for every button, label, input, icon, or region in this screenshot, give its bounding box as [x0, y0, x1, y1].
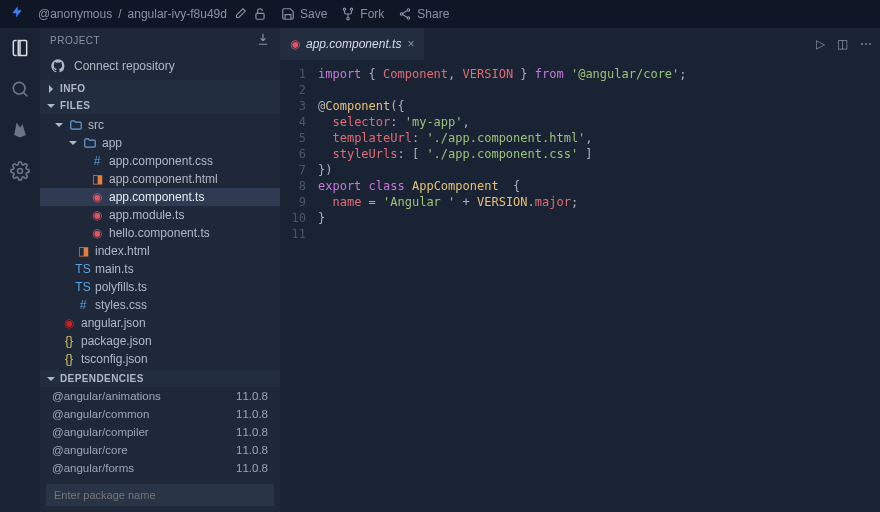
breadcrumb: @anonymous / angular-ivy-f8u49d	[38, 7, 267, 21]
code-lines[interactable]: import { Component, VERSION } from '@ang…	[314, 60, 687, 512]
edit-icon[interactable]	[233, 7, 247, 21]
file-angular-json[interactable]: ◉angular.json	[40, 314, 280, 332]
file-app-ts[interactable]: ◉app.component.ts	[40, 188, 280, 206]
split-icon[interactable]: ◫	[837, 37, 848, 51]
file-polyfills[interactable]: TSpolyfills.ts	[40, 278, 280, 296]
svg-point-3	[347, 18, 349, 20]
more-icon[interactable]: ⋯	[860, 37, 872, 51]
angular-icon: ◉	[90, 226, 104, 240]
owner-label: @anonymous	[38, 7, 112, 21]
file-main[interactable]: TSmain.ts	[40, 260, 280, 278]
info-section-header[interactable]: INFO	[40, 80, 280, 97]
sidebar: PROJECT Connect repository INFO FILES sr…	[40, 28, 280, 512]
search-icon[interactable]	[10, 79, 30, 102]
file-app-module[interactable]: ◉app.module.ts	[40, 206, 280, 224]
svg-point-8	[13, 82, 25, 94]
ts-icon: TS	[76, 262, 90, 276]
svg-point-6	[408, 17, 410, 19]
panel-title: PROJECT	[40, 28, 280, 52]
tab-app-component[interactable]: ◉ app.component.ts ×	[280, 28, 424, 60]
project-name[interactable]: angular-ivy-f8u49d	[128, 7, 227, 21]
file-app-css[interactable]: #app.component.css	[40, 152, 280, 170]
file-tsconfig-json[interactable]: {}tsconfig.json	[40, 350, 280, 368]
dep-row[interactable]: @angular/common11.0.8	[40, 405, 280, 423]
dep-row[interactable]: @angular/forms11.0.8	[40, 459, 280, 477]
dependencies-list: @angular/animations11.0.8@angular/common…	[40, 387, 280, 478]
html-icon: ◨	[90, 172, 104, 186]
line-gutter: 1234567891011	[280, 60, 314, 512]
file-index[interactable]: ◨index.html	[40, 242, 280, 260]
file-hello[interactable]: ◉hello.component.ts	[40, 224, 280, 242]
settings-icon[interactable]	[10, 161, 30, 184]
file-app-html[interactable]: ◨app.component.html	[40, 170, 280, 188]
svg-point-1	[344, 8, 346, 10]
svg-point-2	[351, 8, 353, 10]
files-icon[interactable]	[10, 38, 30, 61]
close-icon[interactable]: ×	[407, 37, 414, 51]
ts-icon: TS	[76, 280, 90, 294]
file-tree: src app #app.component.css ◨app.componen…	[40, 114, 280, 370]
svg-point-4	[408, 9, 410, 11]
editor-area: ◉ app.component.ts × ▷ ◫ ⋯ 1234567891011…	[280, 28, 880, 512]
run-icon[interactable]: ▷	[816, 37, 825, 51]
tab-bar: ◉ app.component.ts × ▷ ◫ ⋯	[280, 28, 880, 60]
code-editor[interactable]: 1234567891011 import { Component, VERSIO…	[280, 60, 880, 512]
dep-row[interactable]: @angular/core11.0.8	[40, 441, 280, 459]
connect-repo-button[interactable]: Connect repository	[40, 52, 280, 80]
file-package-json[interactable]: {}package.json	[40, 332, 280, 350]
lock-icon[interactable]	[253, 7, 267, 21]
angular-icon: ◉	[90, 208, 104, 222]
svg-rect-0	[256, 13, 264, 19]
activity-bar	[0, 28, 40, 512]
firebase-icon[interactable]	[10, 120, 30, 143]
folder-icon	[69, 118, 83, 132]
angular-icon: ◉	[62, 316, 76, 330]
dep-row[interactable]: @angular/compiler11.0.8	[40, 423, 280, 441]
json-icon: {}	[62, 334, 76, 348]
share-button[interactable]: Share	[398, 7, 449, 21]
css-icon: #	[90, 154, 104, 168]
svg-rect-7	[20, 41, 27, 56]
deps-section-header[interactable]: DEPENDENCIES	[40, 370, 280, 387]
json-icon: {}	[62, 352, 76, 366]
folder-src[interactable]: src	[40, 116, 280, 134]
folder-icon	[83, 136, 97, 150]
dep-row[interactable]: @angular/animations11.0.8	[40, 387, 280, 405]
svg-point-5	[401, 13, 403, 15]
folder-app[interactable]: app	[40, 134, 280, 152]
dep-row[interactable]: @angular/platform-browser11.0.8	[40, 477, 280, 478]
files-section-header[interactable]: FILES	[40, 97, 280, 114]
logo-icon	[10, 5, 24, 23]
package-input[interactable]	[46, 484, 274, 506]
css-icon: #	[76, 298, 90, 312]
fork-button[interactable]: Fork	[341, 7, 384, 21]
angular-icon: ◉	[290, 37, 300, 51]
angular-icon: ◉	[90, 190, 104, 204]
download-icon[interactable]	[256, 32, 270, 48]
svg-point-9	[18, 169, 23, 174]
file-styles[interactable]: #styles.css	[40, 296, 280, 314]
top-bar: @anonymous / angular-ivy-f8u49d Save For…	[0, 0, 880, 28]
save-button[interactable]: Save	[281, 7, 327, 21]
html-icon: ◨	[76, 244, 90, 258]
